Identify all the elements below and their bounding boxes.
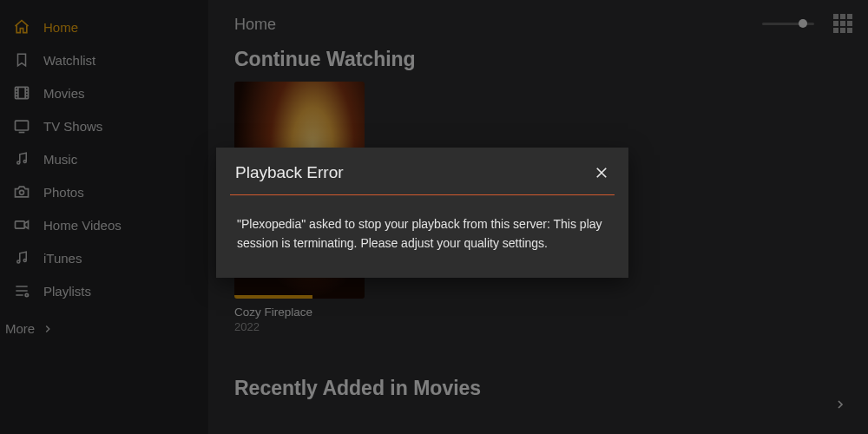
dialog-title: Playback Error	[235, 163, 344, 182]
playback-error-dialog: Playback Error "Plexopedia" asked to sto…	[216, 148, 628, 278]
dialog-header: Playback Error	[216, 148, 628, 194]
close-icon[interactable]	[594, 165, 609, 181]
dialog-body: "Plexopedia" asked to stop your playback…	[216, 195, 628, 278]
